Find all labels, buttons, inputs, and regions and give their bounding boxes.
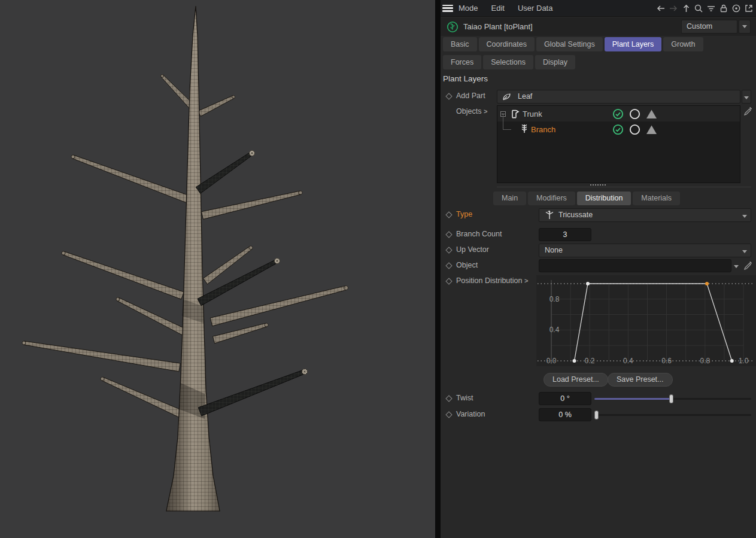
eyedropper-icon[interactable]: [743, 261, 753, 270]
enabled-check-icon[interactable]: [612, 124, 624, 135]
position-distribution-label: Position Distribution >: [456, 276, 528, 285]
param-diamond-icon: [445, 395, 452, 402]
up-vector-value: None: [545, 246, 563, 254]
save-preset-button[interactable]: Save Preset...: [608, 373, 673, 387]
object-row-branch[interactable]: Branch: [497, 121, 740, 137]
variation-input[interactable]: 0 %: [539, 408, 591, 421]
tab-row-1: Basic Coordinates Global Settings Plant …: [443, 37, 703, 51]
subtab-distribution[interactable]: Distribution: [577, 192, 631, 205]
tab-global-settings[interactable]: Global Settings: [536, 37, 603, 51]
subtab-main[interactable]: Main: [493, 192, 526, 205]
object-row-name[interactable]: Branch: [531, 125, 555, 134]
leaf-icon: [502, 92, 512, 102]
tab-coordinates[interactable]: Coordinates: [479, 37, 535, 51]
branch-icon: [519, 123, 529, 135]
tab-plant-layers[interactable]: Plant Layers: [605, 37, 661, 51]
chevron-down-icon: [742, 250, 747, 253]
preset-dropdown-arrow[interactable]: [739, 20, 751, 34]
object-title: Taiao Plant [toPlant]: [463, 22, 533, 31]
attribute-panel: Mode Edit User Data Taiao Plant [toPlant…: [441, 0, 756, 538]
enabled-check-icon[interactable]: [612, 108, 624, 120]
chevron-down-icon[interactable]: [734, 265, 739, 268]
menu-mode[interactable]: Mode: [459, 4, 478, 13]
add-part-dropdown-arrow[interactable]: [742, 90, 751, 104]
taiao-plant-icon: [447, 21, 459, 33]
lock-icon[interactable]: [719, 4, 728, 13]
svg-text:0.4: 0.4: [623, 357, 633, 365]
svg-text:1.0: 1.0: [739, 357, 749, 365]
target-icon[interactable]: [731, 4, 741, 13]
svg-text:0.8: 0.8: [549, 295, 560, 303]
subtab-materials[interactable]: Materials: [633, 192, 680, 205]
variation-slider[interactable]: [594, 411, 751, 420]
object-link-input[interactable]: [539, 259, 731, 272]
type-dropdown[interactable]: Tricussate: [539, 208, 751, 222]
tab-row-2: Forces Selections Display: [443, 55, 575, 69]
subtab-row: Main Modifiers Distribution Materials: [493, 192, 680, 205]
up-vector-dropdown[interactable]: None: [539, 244, 751, 257]
viewport-tree-svg: [0, 0, 435, 538]
type-label: Type: [456, 210, 472, 218]
objects-list[interactable]: Trunk Branch: [497, 105, 740, 183]
param-diamond-icon: [445, 211, 452, 218]
position-distribution-graph[interactable]: 0.80.40.00.20.40.60.81.0: [536, 275, 756, 366]
trunk-icon: [510, 108, 520, 119]
preset-dropdown[interactable]: Custom: [681, 20, 737, 34]
param-diamond-icon: [445, 93, 452, 99]
up-arrow-icon[interactable]: [682, 4, 691, 13]
editor-visibility-icon[interactable]: [629, 124, 640, 135]
param-diamond-icon: [445, 262, 452, 269]
up-vector-label: Up Vector: [456, 245, 489, 254]
param-diamond-icon: [445, 231, 452, 238]
svg-text:0.8: 0.8: [700, 357, 710, 365]
tab-forces[interactable]: Forces: [443, 55, 481, 69]
load-preset-button[interactable]: Load Preset...: [544, 373, 608, 387]
add-part-label: Add Part: [456, 92, 485, 100]
tab-selections[interactable]: Selections: [483, 55, 533, 69]
branch-count-label: Branch Count: [456, 230, 502, 238]
param-diamond-icon: [445, 411, 452, 418]
object-row-name[interactable]: Trunk: [523, 110, 542, 118]
menu-user-data[interactable]: User Data: [518, 4, 553, 13]
external-link-icon[interactable]: [744, 4, 754, 13]
panel-menubar: Mode Edit User Data: [441, 0, 756, 17]
render-triangle-icon[interactable]: [646, 109, 657, 119]
add-part-dropdown[interactable]: Leaf: [497, 90, 740, 104]
tab-basic[interactable]: Basic: [443, 37, 477, 51]
editor-visibility-icon[interactable]: [629, 108, 640, 120]
object-title-row: Taiao Plant [toPlant] Custom: [441, 17, 756, 36]
app-window: Mode Edit User Data Taiao Plant [toPlant…: [0, 0, 756, 538]
eyedropper-icon[interactable]: [743, 107, 753, 116]
param-diamond-icon: [445, 278, 452, 284]
menu-edit[interactable]: Edit: [491, 4, 505, 13]
tab-growth[interactable]: Growth: [663, 37, 703, 51]
svg-text:0.4: 0.4: [549, 326, 560, 334]
type-value: Tricussate: [558, 211, 593, 219]
slider-handle[interactable]: [669, 394, 673, 403]
panel-resize-handle[interactable]: [590, 184, 606, 186]
tricussate-icon: [544, 210, 555, 220]
twist-input[interactable]: 0 °: [539, 392, 591, 405]
subtab-modifiers[interactable]: Modifiers: [528, 192, 575, 205]
object-row-trunk[interactable]: Trunk: [497, 106, 740, 121]
svg-text:0.2: 0.2: [585, 357, 595, 365]
section-title: Plant Layers: [443, 74, 488, 83]
twist-label: Twist: [456, 394, 473, 402]
param-diamond-icon: [445, 247, 452, 253]
hamburger-menu-icon[interactable]: [442, 5, 453, 12]
chevron-down-icon: [742, 215, 747, 218]
slider-handle[interactable]: [594, 411, 599, 420]
branch-count-input[interactable]: 3: [539, 228, 591, 241]
forward-arrow-icon[interactable]: [669, 4, 679, 13]
panel-splitter[interactable]: [435, 0, 441, 538]
3d-viewport[interactable]: [0, 0, 435, 538]
object-label: Object: [456, 261, 478, 269]
tab-display[interactable]: Display: [535, 55, 575, 69]
svg-text:0.6: 0.6: [661, 357, 672, 365]
menubar-icon-group: [655, 4, 756, 13]
search-icon[interactable]: [694, 4, 703, 13]
back-arrow-icon[interactable]: [655, 4, 666, 13]
filter-icon[interactable]: [706, 4, 716, 13]
twist-slider[interactable]: [594, 394, 751, 403]
render-triangle-icon[interactable]: [646, 124, 657, 135]
